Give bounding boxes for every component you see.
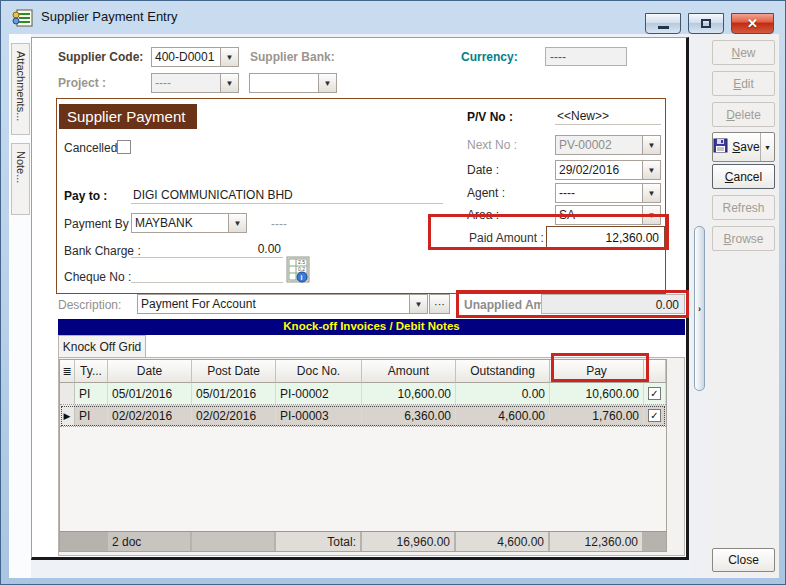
cell-post-date: 05/01/2016 [192,383,276,404]
chevron-down-icon[interactable]: ▼ [228,214,246,232]
edit-button[interactable]: Edit [712,71,775,96]
save-floppy-icon [713,138,728,156]
pay-to-label: Pay to : [64,189,107,203]
tab-attachments[interactable]: Attachments... [11,43,30,135]
currency-label: Currency: [461,50,518,64]
total-amount: 16,960.00 [362,532,456,551]
knockoff-grid: ≣ Ty... Date Post Date Doc No. Amount Ou… [59,359,667,552]
supplier-bank-value [250,74,318,92]
grid-options-icon[interactable]: ≣ [60,360,75,383]
agent-combo[interactable]: ---- ▼ [555,183,661,203]
delete-button[interactable]: Delete [712,102,775,127]
project-combo[interactable]: ---- ▼ [151,73,239,93]
grid-empty-area [60,428,666,531]
chevron-right-icon: › [698,304,701,314]
next-no-value: PV-00002 [556,136,642,154]
pv-no-label: P/V No : [467,110,513,124]
chevron-down-icon[interactable]: ▼ [409,295,427,313]
chevron-down-icon[interactable]: ▼ [642,184,660,202]
close-icon: ✕ [747,16,758,31]
area-combo[interactable]: SA ▼ [555,205,661,225]
payment-by-suffix: ---- [271,217,287,231]
svg-text:2.5: 2.5 [298,259,305,265]
supplier-bank-combo[interactable]: ▼ [249,73,337,93]
splitter-handle[interactable]: › [694,226,705,391]
description-combo[interactable]: Payment For Account ▼ [137,294,428,314]
project-label: Project : [58,76,106,90]
close-window-button[interactable]: ✕ [731,13,774,34]
table-row[interactable]: PI 05/01/2016 05/01/2016 PI-00002 10,600… [60,383,666,405]
col-header-outstanding[interactable]: Outstanding [456,360,550,383]
payment-by-label: Payment By : [64,217,135,231]
supplier-code-value: 400-D0001 [152,48,220,66]
payment-by-combo[interactable]: MAYBANK ▼ [131,213,247,233]
cheque-no-field[interactable] [131,266,283,283]
project-value: ---- [152,74,220,92]
action-button-panel: New Edit Delete Save [708,34,779,578]
supplier-code-combo[interactable]: 400-D0001 ▼ [151,47,239,67]
new-button[interactable]: New [712,40,775,65]
col-header-post-date[interactable]: Post Date [192,360,276,383]
cheque-no-label: Cheque No : [64,270,131,284]
next-no-label: Next No : [467,138,517,152]
grid-footer-row: 2 doc Total: 16,960.00 4,600.00 12,360.0… [60,531,666,551]
next-no-combo[interactable]: PV-00002 ▼ [555,135,661,155]
col-header-check[interactable] [644,360,666,383]
row-checkbox-checked[interactable]: ✓ [648,409,661,422]
chevron-down-icon[interactable]: ▼ [318,74,336,92]
supplier-payment-entry-window: Supplier Payment Entry ✕ Attachments... … [0,0,786,585]
supplier-code-label: Supplier Code: [58,50,143,64]
close-button[interactable]: Close [712,548,775,572]
chevron-down-icon[interactable]: ▼ [220,48,238,66]
chevron-down-icon[interactable]: ▼ [642,206,660,224]
cell-pay: 1,760.00 [550,405,644,426]
bank-charge-label: Bank Charge : [64,244,141,258]
col-header-doc-no[interactable]: Doc No. [276,360,362,383]
cancelled-label: Cancelled [64,141,117,155]
date-combo[interactable]: 29/02/2016 ▼ [555,160,661,180]
cell-amount: 6,360.00 [362,405,456,426]
minimize-button[interactable] [645,13,681,34]
maximize-button[interactable] [688,13,724,34]
cell-type: PI [75,405,108,426]
table-row-selected[interactable]: ▶ PI 02/02/2016 02/02/2016 PI-00003 6,36… [60,405,666,427]
chevron-down-icon[interactable]: ▼ [642,136,660,154]
refresh-button[interactable]: Refresh [712,195,775,220]
save-dropdown-arrow-icon[interactable]: ▼ [760,133,774,161]
doc-count: 2 doc [108,532,192,551]
col-header-amount[interactable]: Amount [362,360,456,383]
tab-knock-off-grid[interactable]: Knock Off Grid [58,335,146,358]
currency-field[interactable]: ---- [545,47,627,66]
area-label: Area : [467,208,499,222]
cancel-button[interactable]: Cancel [712,164,775,189]
cell-outstanding: 0.00 [456,383,550,404]
side-tab-strip: Attachments... Note... [9,34,31,578]
cell-pay: 10,600.00 [550,383,644,404]
col-header-date[interactable]: Date [108,360,192,383]
cell-type: PI [75,383,108,404]
description-more-button[interactable]: ··· [429,294,450,314]
total-pay: 12,360.00 [550,532,644,551]
svg-text:0.2: 0.2 [298,266,305,272]
chevron-down-icon[interactable]: ▼ [220,74,238,92]
date-label: Date : [467,163,499,177]
paid-amount-field[interactable]: 12,360.00 [546,226,665,248]
col-header-pay[interactable]: Pay [550,360,644,383]
supplier-payment-groupbox: Supplier Payment Cancelled P/V No : <<Ne… [56,98,666,294]
title-bar[interactable]: Supplier Payment Entry ✕ [1,1,785,34]
cancelled-checkbox[interactable] [117,140,131,154]
tab-note[interactable]: Note... [11,143,30,215]
description-value: Payment For Account [138,295,409,313]
description-label: Description: [58,298,121,312]
supplier-bank-label: Supplier Bank: [250,50,335,64]
browse-button[interactable]: Browse [712,226,775,251]
payment-detail-grid-icon[interactable]: 2.5 0.2 i [286,256,310,287]
save-button[interactable]: Save ▼ [712,132,775,162]
cell-post-date: 02/02/2016 [192,405,276,426]
col-header-type[interactable]: Ty... [75,360,108,383]
bank-charge-field[interactable]: 0.00 [131,241,283,258]
cell-date: 02/02/2016 [108,405,192,426]
cell-amount: 10,600.00 [362,383,456,404]
row-checkbox-checked[interactable]: ✓ [648,387,661,400]
chevron-down-icon[interactable]: ▼ [642,161,660,179]
